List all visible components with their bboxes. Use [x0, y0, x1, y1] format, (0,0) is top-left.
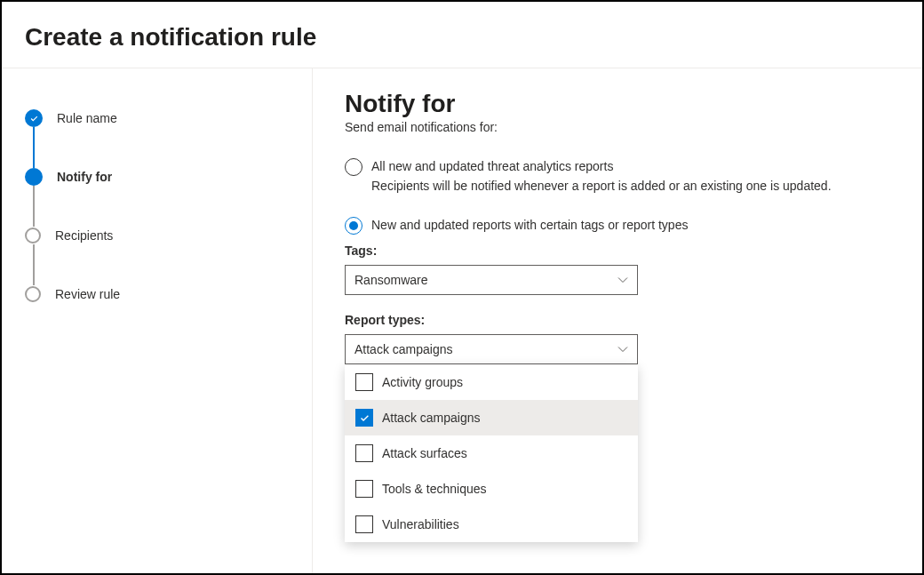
report-types-dropdown[interactable]: Attack campaigns — [345, 334, 638, 364]
radio-icon — [345, 158, 362, 176]
step-connector — [33, 127, 35, 168]
step-rule-name[interactable]: Rule name — [25, 109, 312, 127]
step-label: Review rule — [55, 287, 120, 301]
option-attack-campaigns[interactable]: Attack campaigns — [345, 400, 638, 435]
report-types-value: Attack campaigns — [354, 342, 453, 356]
step-connector — [33, 186, 35, 227]
report-types-label: Report types: — [345, 313, 890, 327]
current-step-icon — [25, 168, 43, 186]
checkbox-icon — [355, 515, 373, 533]
report-types-options: Activity groups Attack campaigns Attack … — [345, 364, 638, 542]
step-review-rule[interactable]: Review rule — [25, 285, 312, 303]
main-content: Notify for Send email notifications for:… — [313, 68, 922, 573]
tags-dropdown[interactable]: Ransomware — [345, 265, 638, 295]
step-label: Recipients — [55, 228, 113, 243]
dialog-body: Rule name Notify for Recipients Review r… — [2, 68, 922, 573]
step-label: Rule name — [57, 111, 117, 125]
option-label: Tools & techniques — [382, 482, 487, 496]
radio-description: Recipients will be notified whenever a r… — [371, 177, 890, 195]
option-tools-techniques[interactable]: Tools & techniques — [345, 471, 638, 507]
option-label: Activity groups — [382, 375, 463, 389]
option-label: Attack campaigns — [382, 411, 481, 425]
page-subtitle: Send email notifications for: — [345, 120, 890, 134]
step-connector — [33, 244, 35, 285]
chevron-down-icon — [617, 344, 628, 355]
step-label: Notify for — [57, 170, 112, 184]
option-attack-surfaces[interactable]: Attack surfaces — [345, 435, 638, 471]
checkbox-icon — [355, 444, 373, 462]
radio-filtered-reports[interactable]: New and updated reports with certain tag… — [345, 216, 890, 235]
checkbox-icon — [355, 409, 373, 427]
checkbox-icon — [355, 373, 373, 391]
radio-label: New and updated reports with certain tag… — [371, 216, 890, 234]
dialog-title: Create a notification rule — [25, 23, 922, 52]
tags-label: Tags: — [345, 244, 890, 258]
radio-label: All new and updated threat analytics rep… — [371, 157, 890, 175]
dialog: Create a notification rule Rule name Not… — [0, 0, 924, 575]
wizard-steps: Rule name Notify for Recipients Review r… — [2, 68, 313, 573]
radio-icon — [345, 217, 362, 235]
pending-step-icon — [25, 228, 41, 244]
radio-all-reports[interactable]: All new and updated threat analytics rep… — [345, 157, 890, 195]
option-label: Attack surfaces — [382, 446, 467, 460]
option-vulnerabilities[interactable]: Vulnerabilities — [345, 507, 638, 542]
option-label: Vulnerabilities — [382, 517, 459, 531]
pending-step-icon — [25, 286, 41, 302]
option-activity-groups[interactable]: Activity groups — [345, 364, 638, 400]
chevron-down-icon — [617, 275, 628, 285]
page-heading: Notify for — [345, 90, 890, 118]
checkbox-icon — [355, 480, 373, 498]
step-recipients[interactable]: Recipients — [25, 227, 312, 244]
tags-value: Ransomware — [354, 273, 427, 287]
checkmark-icon — [25, 109, 43, 127]
step-notify-for[interactable]: Notify for — [25, 168, 312, 186]
dialog-header: Create a notification rule — [2, 2, 922, 68]
